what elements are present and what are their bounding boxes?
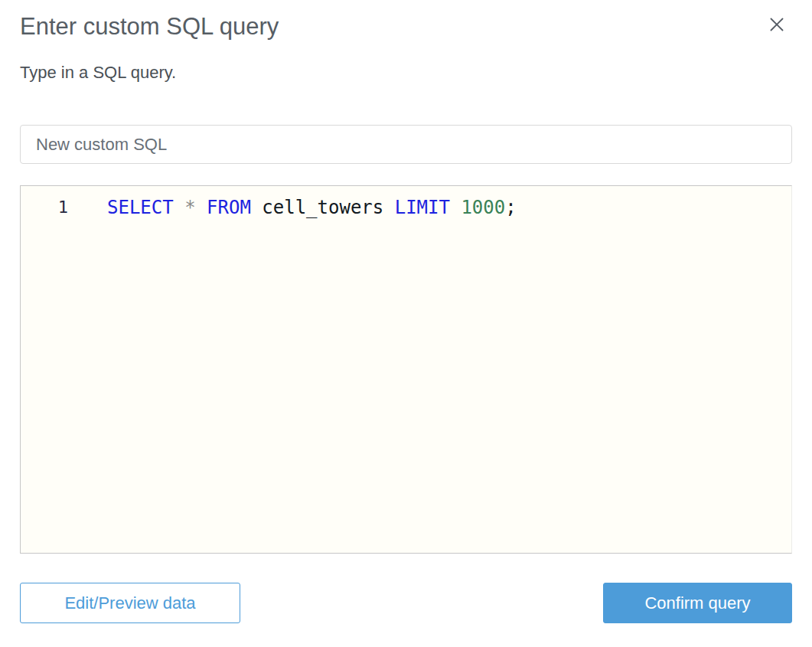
sql-token-plain: cell_towers [251, 197, 395, 218]
sql-editor[interactable]: 1SELECT * FROM cell_towers LIMIT 1000; [20, 185, 792, 554]
footer-actions: Edit/Preview data Confirm query [20, 583, 792, 623]
edit-preview-data-button[interactable]: Edit/Preview data [20, 583, 240, 623]
confirm-query-button[interactable]: Confirm query [603, 583, 792, 623]
sql-token-operator: * [184, 197, 195, 218]
close-button[interactable] [768, 15, 786, 34]
custom-sql-name-input[interactable] [20, 125, 792, 164]
sql-token-plain [450, 197, 461, 218]
dialog-title: Enter custom SQL query [20, 0, 792, 42]
sql-token-plain [174, 197, 184, 218]
sql-token-keyword: SELECT [107, 197, 174, 218]
dialog-subtitle: Type in a SQL query. [20, 62, 792, 84]
close-icon [769, 17, 784, 32]
sql-token-keyword: FROM [207, 197, 251, 218]
sql-token-keyword: LIMIT [395, 197, 450, 218]
sql-token-plain [196, 197, 207, 218]
line-number: 1 [21, 196, 68, 219]
code-lines: 1SELECT * FROM cell_towers LIMIT 1000; [21, 186, 791, 219]
sql-token-number: 1000 [461, 197, 505, 218]
code-content: SELECT * FROM cell_towers LIMIT 1000; [68, 196, 517, 219]
code-line: 1SELECT * FROM cell_towers LIMIT 1000; [21, 196, 791, 219]
sql-token-plain: ; [505, 197, 516, 218]
custom-sql-dialog: Enter custom SQL query Type in a SQL que… [0, 0, 812, 647]
